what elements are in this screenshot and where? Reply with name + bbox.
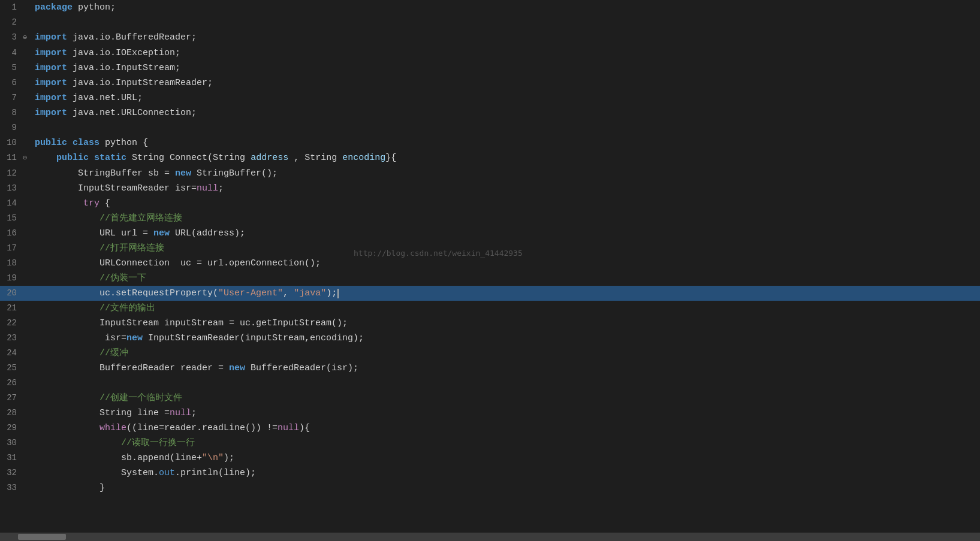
token-plain: isr= xyxy=(170,183,197,194)
code-line: 19 //伪装一下 xyxy=(0,271,980,286)
line-number: 25 xyxy=(0,361,23,376)
token-plain: ; xyxy=(218,183,224,194)
line-content: import java.io.IOException; xyxy=(32,46,980,61)
token-plain: BufferedReader reader = xyxy=(99,363,229,373)
code-line: 5 import java.io.InputStream; xyxy=(0,61,980,75)
code-line: 23 isr=new InputStreamReader(inputStream… xyxy=(0,331,980,346)
code-line: 7 import java.net.URL; xyxy=(0,90,980,105)
code-line: 11⊖ public static String Connect(String … xyxy=(0,150,980,166)
code-line: 20 uc.setRequestProperty("User-Agent", "… xyxy=(0,286,980,301)
collapse-icon[interactable]: ⊖ xyxy=(23,151,32,166)
line-number: 16 xyxy=(0,226,23,241)
token-plain xyxy=(35,258,99,268)
token-plain: URL url = xyxy=(99,228,153,238)
code-line: 32 System.out.println(line); xyxy=(0,466,980,480)
token-plain xyxy=(35,363,99,373)
token-plain xyxy=(35,423,99,433)
token-kw: public xyxy=(35,138,67,148)
scrollbar-bottom[interactable] xyxy=(0,533,980,541)
line-number: 12 xyxy=(0,166,23,181)
token-comment-cn: //文件的输出 xyxy=(99,303,155,313)
line-content: import java.net.URLConnection; xyxy=(32,105,980,120)
line-number: 5 xyxy=(0,61,23,75)
token-plain xyxy=(67,138,73,148)
token-plain xyxy=(35,348,99,358)
token-kw: import xyxy=(35,108,67,118)
token-kw: import xyxy=(35,78,67,88)
token-str: "User-Agent" xyxy=(218,288,283,298)
line-content: while((line=reader.readLine()) !=null){ xyxy=(32,421,980,436)
collapse-icon[interactable]: ⊖ xyxy=(23,31,32,46)
token-plain: { xyxy=(99,198,110,208)
token-plain: IOException; xyxy=(116,48,180,58)
token-kw: import xyxy=(35,93,67,103)
line-number: 31 xyxy=(0,451,23,466)
code-line: 14 try { xyxy=(0,196,980,211)
code-line: 3⊖import java.io.BufferedReader; xyxy=(0,30,980,46)
line-number: 6 xyxy=(0,75,23,90)
token-plain: isr= xyxy=(105,333,126,343)
token-plain: ){ xyxy=(299,423,310,433)
token-plain xyxy=(35,333,105,343)
token-plain: ); xyxy=(224,453,234,463)
token-kw2: while xyxy=(99,423,126,433)
token-plain: java.io. xyxy=(67,48,116,58)
text-cursor xyxy=(337,289,339,298)
line-number: 33 xyxy=(0,480,23,495)
code-line: 31 sb.append(line+"\n"); xyxy=(0,451,980,466)
token-plain xyxy=(35,168,78,179)
token-plain: java.io. xyxy=(67,32,116,43)
code-line: 28 String line =null; xyxy=(0,406,980,421)
line-number: 8 xyxy=(0,105,23,120)
token-kw: new xyxy=(175,168,191,179)
line-number: 17 xyxy=(0,241,23,256)
token-kw: package xyxy=(35,2,73,13)
token-kw2: try xyxy=(83,198,99,208)
code-line: 4 import java.io.IOException; xyxy=(0,46,980,61)
token-plain: uc.setRequestProperty( xyxy=(99,288,218,298)
token-kw: import xyxy=(35,32,67,43)
token-plain: , xyxy=(288,153,304,163)
line-content: //伪装一下 xyxy=(32,271,980,286)
token-plain xyxy=(35,393,99,403)
token-plain: java.io. xyxy=(67,78,116,88)
token-kw2: null xyxy=(170,408,191,418)
line-number: 13 xyxy=(0,181,23,196)
token-kw: public xyxy=(56,153,89,163)
code-editor: 1 package python;2 3⊖import java.io.Buff… xyxy=(0,0,980,541)
token-plain xyxy=(35,213,99,223)
line-content: public class python { xyxy=(32,135,980,150)
code-line: 1 package python; xyxy=(0,0,980,15)
line-number: 28 xyxy=(0,406,23,421)
token-plain: InputStream; xyxy=(116,63,180,73)
token-plain: URLConnection uc = url.openConnection(); xyxy=(99,258,321,268)
token-plain: String xyxy=(213,153,245,163)
token-plain: Connect( xyxy=(164,153,213,163)
scrollbar-thumb[interactable] xyxy=(18,534,66,540)
token-out-kw: out xyxy=(159,468,175,478)
code-line: 12 StringBuffer sb = new StringBuffer(); xyxy=(0,166,980,181)
line-content: URL url = new URL(address); xyxy=(32,226,980,241)
line-number: 26 xyxy=(0,376,23,391)
token-plain xyxy=(89,153,94,163)
line-number: 1 xyxy=(0,0,23,15)
code-line: 9 xyxy=(0,120,980,135)
token-plain xyxy=(35,198,83,208)
line-number: 24 xyxy=(0,346,23,361)
token-plain: StringBuffer(); xyxy=(191,168,278,179)
line-number: 23 xyxy=(0,331,23,346)
code-line: 26 xyxy=(0,376,980,391)
code-line: 30 //读取一行换一行 xyxy=(0,436,980,451)
line-number: 29 xyxy=(0,421,23,436)
code-line: 27 //创建一个临时文件 xyxy=(0,391,980,406)
token-comment-cn: //首先建立网络连接 xyxy=(99,213,182,223)
line-content: //读取一行换一行 xyxy=(32,436,980,451)
token-plain: URLConnection; xyxy=(121,108,197,118)
line-number: 7 xyxy=(0,90,23,105)
token-plain: String xyxy=(304,153,337,163)
watermark: http://blog.csdn.net/weixin_41442935 xyxy=(354,249,523,258)
token-plain: InputStreamReader xyxy=(78,183,170,194)
token-plain: InputStream inputStream = uc.getInputStr… xyxy=(99,318,348,328)
line-content: import java.net.URL; xyxy=(32,90,980,105)
token-comment-cn: //读取一行换一行 xyxy=(121,438,195,448)
